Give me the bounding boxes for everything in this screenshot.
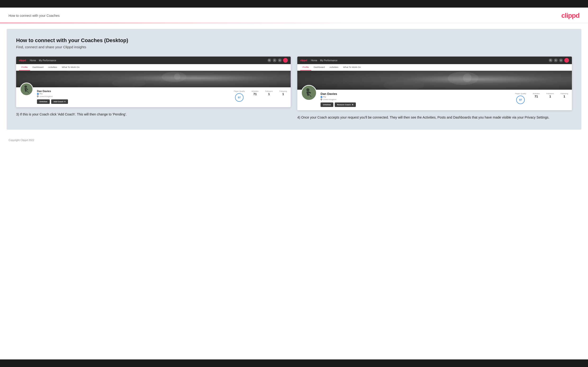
step4-unfollow-button[interactable]: Unfollow — [320, 102, 333, 107]
step4-tab-dashboard[interactable]: Dashboard — [311, 64, 327, 71]
step4-badge-label: Pro — [323, 96, 326, 98]
step4-activities-label: Activities — [533, 92, 540, 95]
step4-tab-profile[interactable]: Profile — [300, 64, 311, 71]
step3-logo: clippd — [19, 59, 26, 62]
step3-nav-icons — [268, 58, 288, 63]
step3-following-value: 1 — [279, 92, 287, 96]
step3-col: clippd Home My Performance — [16, 57, 291, 117]
svg-point-23 — [321, 99, 322, 100]
svg-point-18 — [384, 80, 424, 90]
screenshots-row: clippd Home My Performance — [16, 57, 572, 120]
step4-activities-value: 71 — [533, 95, 540, 98]
copyright-text: Copyright Clippd 2022 — [9, 139, 34, 142]
step3-banner — [16, 71, 291, 87]
svg-point-15 — [561, 60, 561, 61]
step3-quality-label: Player Quality — [234, 90, 245, 92]
step3-tab-profile[interactable]: Profile — [19, 64, 30, 71]
svg-point-12 — [550, 60, 551, 61]
step3-profile-name: Dan Davies — [37, 90, 68, 92]
step4-stat-quality: Player Quality 97 — [515, 92, 526, 104]
main-content: How to connect with your Coaches (Deskto… — [7, 29, 581, 130]
step4-nav-home[interactable]: Home — [311, 59, 317, 62]
step4-followers-label: Followers — [546, 92, 554, 95]
step4-description: 4) Once your Coach accepts your request … — [297, 115, 572, 120]
step4-tab-whattoworkon[interactable]: What To Work On — [341, 64, 363, 71]
footer: Copyright Clippd 2022 — [0, 135, 588, 145]
step3-location-text: United Kingdom — [39, 95, 53, 98]
step4-following-label: Following — [561, 92, 568, 95]
step3-avatar-icon[interactable] — [283, 58, 288, 63]
step3-banner-img — [16, 71, 291, 87]
svg-point-11 — [37, 96, 38, 97]
top-bar — [0, 0, 588, 8]
svg-point-2 — [274, 60, 275, 60]
header: How to connect with your Coaches clippd — [0, 8, 588, 23]
logo: clippd — [562, 12, 579, 19]
step4-settings-icon[interactable] — [559, 58, 563, 62]
step3-addcoach-button[interactable]: Add Coach + — [51, 99, 68, 104]
step3-search-icon[interactable] — [268, 58, 271, 62]
step3-unfollow-button[interactable]: Unfollow — [37, 99, 50, 104]
step4-nav-performance[interactable]: My Performance — [320, 59, 337, 62]
header-title: How to connect with your Coaches — [9, 14, 60, 17]
step3-avatar-wrap — [20, 83, 33, 96]
svg-point-6 — [112, 79, 145, 87]
step4-banner — [297, 71, 572, 90]
step3-stat-activities: Activities 71 — [251, 90, 259, 96]
step3-badge-label: Pro — [40, 93, 43, 95]
step4-user-icon[interactable] — [554, 58, 558, 62]
svg-point-9 — [24, 85, 27, 88]
step3-tab-dashboard[interactable]: Dashboard — [30, 64, 46, 71]
step4-screenshot: clippd Home My Performance — [297, 57, 572, 110]
step4-stat-activities: Activities 71 — [533, 92, 540, 98]
step4-buttons: Unfollow Remove Coach ✕ — [320, 102, 356, 107]
step3-nav-home[interactable]: Home — [30, 59, 36, 62]
step4-profile-name: Dan Davies — [320, 92, 356, 96]
step4-col: clippd Home My Performance — [297, 57, 572, 120]
step3-tab-whattoworkon[interactable]: What To Work On — [60, 64, 82, 71]
page-heading: How to connect with your Coaches (Deskto… — [16, 37, 572, 43]
svg-point-17 — [448, 72, 479, 85]
step3-profile-section: Dan Davies Pro United Kingdom — [16, 87, 291, 107]
step4-stat-following: Following 1 — [561, 92, 568, 98]
step4-logo: clippd — [300, 59, 307, 62]
svg-point-21 — [306, 88, 309, 91]
step3-badge-dot — [37, 93, 39, 95]
step4-nav-links: Home My Performance — [311, 59, 545, 62]
step3-activities-value: 71 — [251, 92, 259, 96]
step4-banner-img — [297, 71, 572, 90]
step3-profile-badge: Pro — [37, 93, 68, 95]
svg-line-13 — [551, 61, 551, 61]
step4-avatar-icon[interactable] — [564, 58, 569, 63]
svg-point-0 — [269, 60, 270, 61]
step3-stat-following: Following 1 — [279, 90, 287, 96]
bottom-bar — [0, 359, 588, 367]
step3-stat-quality: Player Quality 97 — [234, 90, 245, 102]
step3-nav-links: Home My Performance — [30, 59, 264, 62]
step3-quality-circle: 97 — [235, 93, 243, 102]
step4-following-value: 1 — [561, 95, 568, 98]
svg-point-19 — [463, 74, 472, 82]
page-subheading: Find, connect and share your Clippd insi… — [16, 45, 572, 49]
step3-description: 3) If this is your Coach click 'Add Coac… — [16, 112, 291, 117]
svg-point-5 — [162, 72, 187, 82]
step4-avatar — [301, 85, 317, 100]
step3-buttons: Unfollow Add Coach + — [37, 99, 68, 104]
step4-quality-label: Player Quality — [515, 92, 526, 95]
step4-tab-activities[interactable]: Activities — [327, 64, 340, 71]
step4-location-text: United Kingdom — [323, 99, 337, 100]
step3-tab-activities[interactable]: Activities — [46, 64, 59, 71]
step4-removecoach-button[interactable]: Remove Coach ✕ — [335, 102, 356, 107]
step3-following-label: Following — [279, 90, 287, 92]
step4-quality-circle: 97 — [516, 96, 525, 104]
step4-nav: clippd Home My Performance — [297, 57, 572, 64]
step3-settings-icon[interactable] — [278, 58, 282, 62]
step4-stat-followers: Followers 1 — [546, 92, 554, 98]
step3-followers-value: 1 — [265, 92, 273, 96]
step4-avatar-wrap — [301, 85, 317, 100]
step3-user-icon[interactable] — [273, 58, 277, 62]
step3-stat-followers: Followers 1 — [265, 90, 273, 96]
step4-search-icon[interactable] — [549, 58, 553, 62]
header-divider — [0, 23, 588, 23]
step3-nav-performance[interactable]: My Performance — [39, 59, 56, 62]
